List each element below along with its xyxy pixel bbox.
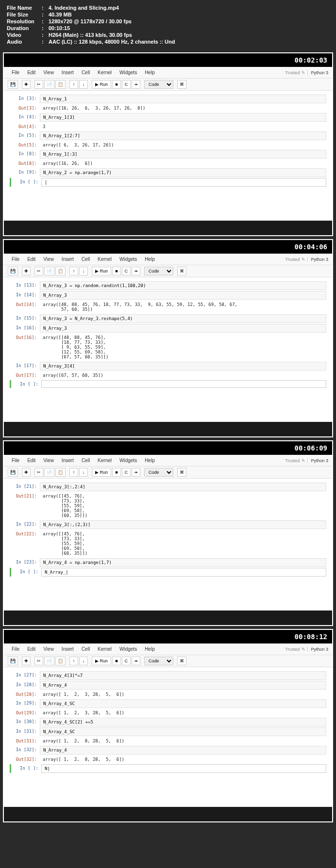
code-content[interactable]: N_Array_4 = np.arange(1,7) bbox=[40, 558, 326, 567]
code-content[interactable]: N_Array_1[:3] bbox=[40, 150, 326, 159]
cut-button[interactable]: ✂ bbox=[34, 267, 43, 275]
input-cell[interactable]: In [5]: N_Array_1[2:7] bbox=[10, 131, 326, 140]
move-down-button[interactable]: ↓ bbox=[79, 80, 88, 89]
stop-button[interactable]: ■ bbox=[112, 267, 121, 275]
code-content[interactable]: N_Array_3[:,(2,3)] bbox=[40, 520, 326, 529]
add-cell-button[interactable]: ✚ bbox=[22, 267, 31, 275]
run-button[interactable]: ▶ Run bbox=[92, 468, 111, 477]
cells-area[interactable]: In [21]: N_Array_3[:,2:4] Out[21]: array… bbox=[4, 479, 332, 581]
cut-button[interactable]: ✂ bbox=[34, 657, 43, 665]
code-content[interactable]: N_Array_3[4] bbox=[40, 362, 326, 370]
run-button[interactable]: ▶ Run bbox=[92, 657, 111, 665]
menu-view[interactable]: View bbox=[39, 256, 58, 263]
code-content[interactable]: N_Array_3[:,2:4] bbox=[40, 482, 326, 491]
code-content[interactable]: N_Array_1[3] bbox=[40, 113, 326, 122]
menu-cell[interactable]: Cell bbox=[78, 69, 94, 76]
menu-insert[interactable]: Insert bbox=[58, 69, 78, 76]
save-button[interactable]: 💾 bbox=[8, 657, 18, 665]
menu-edit[interactable]: Edit bbox=[23, 457, 39, 464]
menu-view[interactable]: View bbox=[39, 645, 58, 653]
menu-widgets[interactable]: Widgets bbox=[116, 69, 141, 76]
restart-button[interactable]: C bbox=[122, 468, 131, 477]
restart-run-button[interactable]: ↠ bbox=[132, 468, 140, 477]
code-content[interactable]: N_Array_4_SC[2] +=5 bbox=[40, 718, 326, 726]
cell-type-select[interactable]: Code bbox=[144, 468, 173, 477]
kernel-name[interactable]: Python 3 bbox=[307, 647, 328, 652]
add-cell-button[interactable]: ✚ bbox=[22, 80, 31, 89]
restart-run-button[interactable]: ↠ bbox=[132, 657, 140, 665]
input-cell[interactable]: In [14]: N_Array_3 bbox=[10, 291, 326, 300]
move-up-button[interactable]: ↑ bbox=[69, 657, 78, 665]
input-cell[interactable]: In [23]: N_Array_4 = np.arange(1,7) bbox=[10, 558, 326, 567]
active-input-cell[interactable]: In [ ]: N_Array_| bbox=[10, 568, 326, 577]
restart-run-button[interactable]: ↠ bbox=[132, 80, 140, 89]
input-cell[interactable]: In [27]: N_Array_4[3]*=7 bbox=[10, 671, 326, 680]
menu-view[interactable]: View bbox=[39, 69, 58, 76]
menu-help[interactable]: Help bbox=[141, 457, 159, 464]
menu-file[interactable]: File bbox=[8, 457, 23, 464]
move-up-button[interactable]: ↑ bbox=[69, 80, 78, 89]
code-content[interactable]: N_Array_3 bbox=[40, 291, 326, 300]
input-cell[interactable]: In [8]: N_Array_1[:3] bbox=[10, 150, 326, 159]
input-cell[interactable]: In [28]: N_Array_4 bbox=[10, 681, 326, 690]
cell-type-select[interactable]: Code bbox=[144, 267, 173, 275]
menu-help[interactable]: Help bbox=[141, 645, 159, 653]
input-cell[interactable]: In [22]: N_Array_3[:,(2,3)] bbox=[10, 520, 326, 529]
active-input-cell[interactable]: In [ ]: bbox=[10, 380, 326, 388]
menu-file[interactable]: File bbox=[8, 69, 23, 76]
restart-button[interactable]: C bbox=[122, 657, 131, 665]
move-up-button[interactable]: ↑ bbox=[69, 267, 78, 275]
menu-insert[interactable]: Insert bbox=[58, 645, 78, 653]
move-up-button[interactable]: ↑ bbox=[69, 468, 78, 477]
input-cell[interactable]: In [29]: N_Array_4_SC bbox=[10, 699, 326, 708]
menu-widgets[interactable]: Widgets bbox=[116, 256, 141, 263]
move-down-button[interactable]: ↓ bbox=[79, 657, 88, 665]
add-cell-button[interactable]: ✚ bbox=[22, 657, 31, 665]
code-content[interactable]: N_Array_3 = N_Array_3.reshape(5,4) bbox=[40, 314, 326, 323]
add-cell-button[interactable]: ✚ bbox=[22, 468, 31, 477]
restart-button[interactable]: C bbox=[122, 267, 131, 275]
cells-area[interactable]: In [13]: N_Array_3 = np.random.randint(1… bbox=[4, 277, 332, 393]
command-palette-button[interactable]: ⌘ bbox=[177, 80, 186, 89]
input-cell[interactable]: In [16]: N_Array_3 bbox=[10, 324, 326, 333]
code-content[interactable]: N_Array_4_SC bbox=[40, 699, 326, 708]
edit-icon[interactable]: ✎ bbox=[302, 70, 305, 75]
menu-view[interactable]: View bbox=[39, 457, 58, 464]
menu-edit[interactable]: Edit bbox=[23, 69, 39, 76]
move-down-button[interactable]: ↓ bbox=[79, 267, 88, 275]
code-editor[interactable]: | bbox=[41, 178, 326, 187]
cells-area[interactable]: In [3]: N_Array_1 Out[3]: array([16, 26,… bbox=[4, 91, 332, 192]
menu-kernel[interactable]: Kernel bbox=[94, 645, 116, 653]
code-content[interactable]: N_Array_2 = np.arange(1,7) bbox=[40, 168, 326, 177]
menu-edit[interactable]: Edit bbox=[23, 645, 39, 653]
input-cell[interactable]: In [15]: N_Array_3 = N_Array_3.reshape(5… bbox=[10, 314, 326, 323]
run-button[interactable]: ▶ Run bbox=[92, 80, 111, 89]
code-content[interactable]: N_Array_4 bbox=[40, 746, 326, 755]
stop-button[interactable]: ■ bbox=[112, 657, 121, 665]
stop-button[interactable]: ■ bbox=[112, 80, 121, 89]
menu-help[interactable]: Help bbox=[141, 256, 159, 263]
input-cell[interactable]: In [32]: N_Array_4 bbox=[10, 746, 326, 755]
stop-button[interactable]: ■ bbox=[112, 468, 121, 477]
copy-button[interactable]: 📄 bbox=[44, 80, 54, 89]
paste-button[interactable]: 📋 bbox=[55, 468, 66, 477]
menu-file[interactable]: File bbox=[8, 256, 23, 263]
menu-widgets[interactable]: Widgets bbox=[116, 457, 141, 464]
copy-button[interactable]: 📄 bbox=[44, 468, 54, 477]
edit-icon[interactable]: ✎ bbox=[302, 458, 305, 463]
code-content[interactable]: N_Array_4[3]*=7 bbox=[40, 671, 326, 680]
code-editor[interactable] bbox=[41, 380, 326, 388]
cell-type-select[interactable]: Code bbox=[144, 657, 173, 665]
kernel-name[interactable]: Python 3 bbox=[307, 257, 328, 262]
cell-type-select[interactable]: Code bbox=[144, 80, 173, 89]
edit-icon[interactable]: ✎ bbox=[302, 257, 305, 262]
kernel-name[interactable]: Python 3 bbox=[307, 70, 328, 75]
save-button[interactable]: 💾 bbox=[8, 468, 18, 477]
input-cell[interactable]: In [31]: N_Array_4_SC bbox=[10, 727, 326, 736]
input-cell[interactable]: In [17]: N_Array_3[4] bbox=[10, 362, 326, 370]
restart-button[interactable]: C bbox=[122, 80, 131, 89]
code-content[interactable]: N_Array_3 = np.random.randint(1,100,20) bbox=[40, 281, 326, 290]
restart-run-button[interactable]: ↠ bbox=[132, 267, 140, 275]
menu-cell[interactable]: Cell bbox=[78, 457, 94, 464]
menu-file[interactable]: File bbox=[8, 645, 23, 653]
